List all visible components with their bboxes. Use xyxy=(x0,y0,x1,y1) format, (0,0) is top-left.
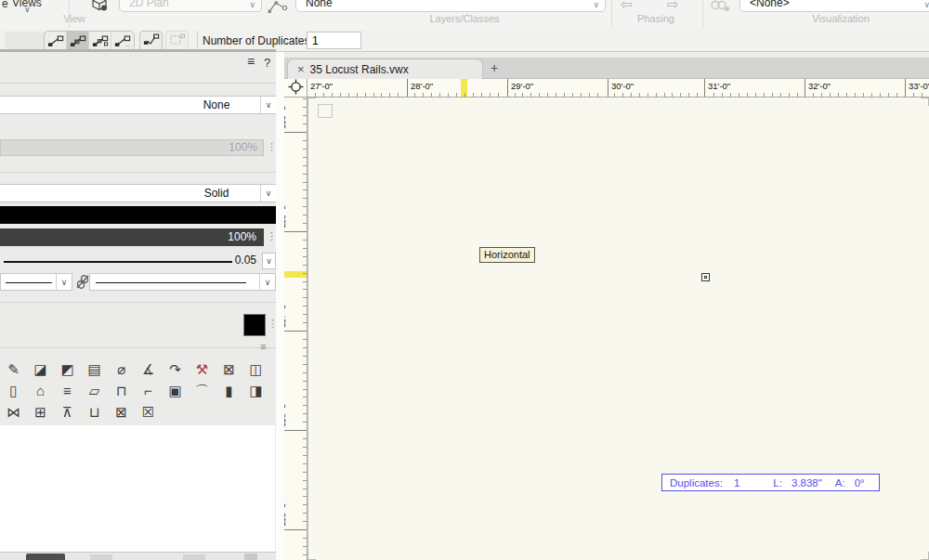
palette-view-button-active[interactable] xyxy=(26,553,65,560)
roof-face-tool-icon[interactable]: ◪ xyxy=(27,358,54,380)
ruler-minor-tick xyxy=(880,93,881,97)
chevron-down-icon: ∨ xyxy=(266,256,272,266)
visualization-dropdown[interactable]: <None> ∨ xyxy=(739,0,929,12)
floor-tool-icon[interactable]: ▱ xyxy=(81,380,108,401)
ruler-minor-tick xyxy=(303,215,307,215)
ruler-minor-tick xyxy=(303,422,307,423)
smart-point-corner xyxy=(921,552,929,560)
datum-tooltip: Horizontal xyxy=(479,247,535,263)
duplicate-mode-group: ... xyxy=(44,31,135,51)
duplicates-count-input[interactable] xyxy=(307,32,361,49)
distribute-mode-button[interactable]: ... xyxy=(111,32,134,50)
toolbar-separator xyxy=(197,31,198,50)
divider xyxy=(0,83,276,84)
new-tab-button[interactable]: + xyxy=(491,60,498,75)
ramp-tool-icon[interactable]: ⌐ xyxy=(135,380,162,401)
ruler-major-tick xyxy=(507,79,508,98)
retain-orientation-mode-button[interactable] xyxy=(139,31,163,51)
camera-viewport-tool-icon[interactable]: ▣ xyxy=(162,380,189,401)
ruler-minor-tick xyxy=(755,93,756,97)
smart-point-corner xyxy=(921,98,929,106)
pen-color-bar[interactable] xyxy=(0,206,276,224)
phase-back-icon[interactable]: ⇦ xyxy=(621,0,633,13)
duplicate-and-move-mode-button[interactable] xyxy=(67,32,89,50)
brace-tool-icon[interactable]: ⊠ xyxy=(108,401,135,423)
view-plan-dropdown[interactable]: 2D Plan ∨ xyxy=(119,0,262,12)
x-frame-tool-icon[interactable]: ☒ xyxy=(135,401,162,423)
active-class-dropdown[interactable]: None ∨ xyxy=(295,0,606,12)
pile-tool-icon[interactable]: ⌀ xyxy=(108,358,135,380)
ruler-minor-tick xyxy=(303,165,307,166)
floating-data-bar: Duplicates: 1 L: 3.838" A: 0° xyxy=(661,474,880,491)
ruler-minor-tick xyxy=(389,93,390,97)
pen-opacity-slider[interactable]: 100% xyxy=(0,228,264,246)
framing-member-tool-icon[interactable]: ▤ xyxy=(81,358,108,380)
footing-tool-icon[interactable]: ⊔ xyxy=(81,401,108,423)
palette-grip-icon[interactable]: ≡ xyxy=(260,341,266,352)
column-tool-icon[interactable]: ▯ xyxy=(0,380,27,401)
palette-help-icon[interactable]: ? xyxy=(264,56,270,70)
grade-tool-icon[interactable]: ∡ xyxy=(135,358,162,380)
table-tool-icon[interactable]: ⊓ xyxy=(108,380,135,401)
drop-shadow-color-swatch[interactable] xyxy=(243,314,266,336)
demolition-tool-icon[interactable]: ⚒ xyxy=(189,358,216,380)
snap-handle[interactable] xyxy=(701,273,710,281)
palette-view-button[interactable] xyxy=(183,554,205,560)
building-tools-palette: ✎◪◩▤⌀∡↷⚒⊠◫▯⌂≡▱⊓⌐▣⌒▮◨⋈⊞⊼⊔⊠☒ xyxy=(0,358,276,423)
class-visibility-icon[interactable] xyxy=(710,0,732,15)
drawing-canvas[interactable]: Horizontal Duplicates: 1 L: 3.838" A: 0° xyxy=(307,98,929,560)
ruler-label: 30'-0" xyxy=(611,81,634,91)
slab-tool-icon[interactable]: ◩ xyxy=(54,358,81,380)
angle-value[interactable]: 0° xyxy=(855,477,865,488)
ruler-minor-tick xyxy=(303,472,307,473)
svg-text:...: ... xyxy=(125,42,129,47)
door-tool-icon[interactable]: ◫ xyxy=(242,358,269,380)
ruler-minor-tick xyxy=(431,93,432,97)
view-plan-value: 2D Plan xyxy=(129,0,169,9)
round-column-tool-icon[interactable]: ◨ xyxy=(242,380,269,401)
palette-settings-icon[interactable] xyxy=(244,553,257,560)
smart-point-corner xyxy=(307,98,316,106)
length-label: L: xyxy=(773,477,782,488)
duplicates-value[interactable]: 1 xyxy=(734,477,739,488)
move-mode-button[interactable] xyxy=(45,32,67,50)
ruler-minor-tick xyxy=(589,93,590,97)
ruler-minor-tick xyxy=(547,93,548,97)
duplicates-label: Duplicates: xyxy=(670,477,723,488)
truss-tool-icon[interactable]: ⊼ xyxy=(54,401,81,423)
ruler-origin-button[interactable] xyxy=(284,79,307,98)
palette-view-button[interactable] xyxy=(90,554,112,560)
line-weight-dropdown[interactable]: ∨ xyxy=(262,253,276,269)
ruler-minor-tick xyxy=(303,447,307,448)
move-by-points-mode-button[interactable] xyxy=(89,32,111,50)
unlink-icon[interactable] xyxy=(76,274,89,293)
palette-menu-icon[interactable]: ≡ xyxy=(247,54,255,69)
line-style-dropdown[interactable]: ∨ xyxy=(0,273,72,291)
document-tab-active[interactable]: × 35 Locust Rails.vwx xyxy=(287,59,483,79)
table-chairs-tool-icon[interactable]: ⋈ xyxy=(0,401,27,423)
space-tool-icon[interactable]: ⌂ xyxy=(27,380,54,401)
pilaster-tool-icon[interactable]: ▮ xyxy=(216,380,242,401)
ruler-minor-tick xyxy=(821,93,822,97)
fill-opacity-slider[interactable]: 100% xyxy=(0,139,264,156)
smart-options-icon[interactable] xyxy=(268,0,288,16)
fill-style-dropdown[interactable]: None ∨ xyxy=(0,96,276,114)
stair-tool-icon[interactable]: ≡ xyxy=(54,380,81,401)
pen-opacity-value: 100% xyxy=(228,230,256,243)
pen-style-dropdown[interactable]: Solid ∨ xyxy=(0,184,276,202)
pipe-tool-icon[interactable]: ⌒ xyxy=(189,380,216,401)
tool-row: ▯⌂≡▱⊓⌐▣⌒▮◨ xyxy=(0,380,276,401)
ruler-minor-tick xyxy=(581,93,582,97)
ruler-minor-tick xyxy=(464,93,465,97)
length-value[interactable]: 3.838" xyxy=(792,477,822,488)
document-tab-bar: × 35 Locust Rails.vwx + xyxy=(284,58,929,79)
wall-end-cap-tool-icon[interactable]: ⊠ xyxy=(216,358,242,380)
close-icon[interactable]: × xyxy=(297,62,305,76)
wall-sketch-tool-icon[interactable]: ✎ xyxy=(0,358,27,380)
phase-forward-icon[interactable]: ⇨ xyxy=(667,0,679,13)
line-marker-preview xyxy=(96,282,246,283)
fit-walls-tool-icon[interactable]: ↷ xyxy=(162,358,189,380)
line-marker-dropdown[interactable]: ∨ xyxy=(89,273,276,291)
window-tool-icon[interactable]: ⊞ xyxy=(27,401,54,423)
ruler-minor-tick xyxy=(303,149,307,150)
